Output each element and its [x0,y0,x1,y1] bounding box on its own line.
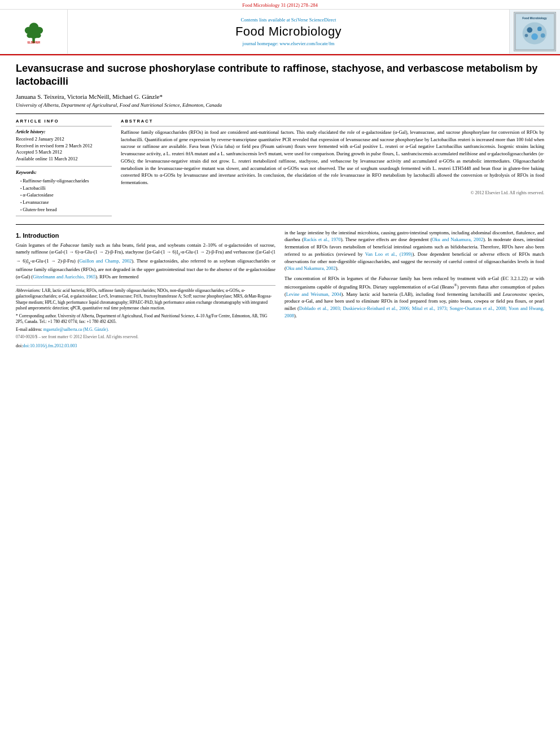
ref-doblado[interactable]: Doblado et al., 2003; Duskiewicz-Reinhar… [285,305,544,318]
svg-point-14 [531,33,538,40]
doi-prefix: doi: [16,343,23,348]
svg-point-15 [524,34,528,37]
received-date: Received 2 January 2012 [16,136,64,142]
journal-sciverse: Contents lists available at SciVerse Sci… [241,17,336,23]
page: Food Microbiology 31 (2012) 278–284 ELSE… [0,0,560,747]
keyword-1: Raffinose-family-oligosaccharides [16,177,112,185]
sciverse-link[interactable]: SciVerse ScienceDirect [291,17,336,23]
svg-point-16 [541,33,545,38]
article-info-label: ARTICLE INFO [16,119,112,124]
abstract-column: ABSTRACT Raffinose family oligosaccharid… [121,119,544,219]
available-online-date: Available online 11 March 2012 [16,156,78,161]
intro-col2-para1: in the large intestine by the intestinal… [285,229,544,273]
info-rule-3 [16,216,112,216]
article-rule-divider [16,113,544,114]
ref-vanloo[interactable]: Van Loo et al., (1999) [365,251,413,257]
svg-point-12 [527,27,532,33]
article-content: Levansucrase and sucrose phoshorylase co… [0,55,560,747]
article-affiliation: University of Alberta, Department of Agr… [16,102,544,108]
homepage-text: journal homepage: www.elsevier.com/locat… [243,41,335,46]
keyword-3: α-Galactosidase [16,191,112,199]
footnote-corresponding: * Corresponding author. University of Al… [16,313,275,325]
abbrev-label: Abbreviations: [16,288,41,293]
ref-gitzelmann[interactable]: Gitzelmann and Auricchio, 1965 [33,274,95,279]
email-address: mgaenzle@ualberta.ca (M.G. Gänzle). [43,327,109,332]
article-history-label: Article history: [16,129,112,136]
keywords-block: Keywords: Raffinose-family-oligosacchari… [16,169,112,213]
keyword-2: Lactobacilli [16,185,112,192]
intro-heading: 1. Introduction [16,232,275,239]
body-rule-divider [16,224,544,225]
keywords-list: Raffinose-family-oligosaccharides Lactob… [16,177,112,213]
journal-cover-image: Food Microbiology [509,10,560,54]
email-label: E-mail address: [16,327,42,332]
corresponding-label: * Corresponding author. [16,313,57,318]
journal-homepage: journal homepage: www.elsevier.com/locat… [243,41,335,46]
journal-top-bar: Food Microbiology 31 (2012) 278–284 [0,2,560,8]
intro-col2-text: in the large intestine by the intestinal… [285,229,544,320]
sciverse-prefix: Contents lists available at [241,17,290,23]
abstract-text: Raffinose family oligosaccharides (RFOs)… [121,129,544,196]
intro-col2-para2: The concentration of RFOs in legumes of … [285,275,544,319]
keyword-5: Gluten-free bread [16,206,112,213]
abbreviations-text: LAB, lactic acid bacteria; RFOs, raffino… [16,288,272,311]
abstract-rule [121,126,544,126]
abstract-label: ABSTRACT [121,119,544,124]
elsevier-logo: ELSEVIER [0,10,68,54]
intro-col1-text: Grain legumes of the Fabaceae family suc… [16,242,275,281]
issn-line: 0740-0020/$ – see front matter © 2012 El… [16,334,275,340]
svg-point-13 [537,27,542,31]
info-rule-1 [16,126,112,126]
doi-line: doi:doi:10.1016/j.fm.2012.03.003 [16,343,275,349]
footnote-email: E-mail address: mgaenzle@ualberta.ca (M.… [16,327,275,333]
body-two-col: 1. Introduction Grain legumes of the Fab… [16,229,544,349]
article-info-column: ARTICLE INFO Article history: Received 2… [16,119,112,219]
info-rule-2 [16,166,112,167]
ref-oku-nakamura-1[interactable]: Oku and Nakamura, 2002 [432,237,483,242]
article-authors: Januana S. Teixeira, Victoria McNeill, M… [16,93,544,100]
copyright-line: © 2012 Elsevier Ltd. All rights reserved… [121,190,544,196]
ref-guillon-champ[interactable]: Guillon and Champ, 2002 [79,258,132,264]
journal-banner: ELSEVIER Contents lists available at Sci… [0,9,560,54]
body-col-right: in the large intestine by the intestinal… [285,229,544,349]
ref-rackis[interactable]: Rackis et al., 1970 [304,237,341,242]
keyword-4: Levansucrase [16,199,112,206]
received-revised-date: Received in revised form 2 March 2012 [16,143,93,148]
elsevier-logo-inner: ELSEVIER [17,19,51,45]
svg-point-4 [29,23,38,30]
abstract-paragraph: Raffinose family oligosaccharides (RFOs)… [121,129,544,186]
article-history-block: Article history: Received 2 January 2012… [16,129,112,163]
journal-ref: Food Microbiology 31 (2012) 278–284 [242,2,318,8]
svg-text:ELSEVIER: ELSEVIER [27,41,40,44]
svg-point-6 [34,33,41,38]
svg-text:Food Microbiology: Food Microbiology [522,17,547,20]
article-info-abstract-row: ARTICLE INFO Article history: Received 2… [16,119,544,219]
accepted-date: Accepted 5 March 2012 [16,149,62,155]
journal-header: Food Microbiology 31 (2012) 278–284 ELSE… [0,0,560,55]
ref-levine[interactable]: Levine and Weisman, 2004 [286,291,342,297]
ref-oku-nakamura-2[interactable]: Oku and Nakamura, 2002 [286,265,336,271]
cover-placeholder: Food Microbiology [514,12,556,51]
cover-svg-icon: Food Microbiology [514,12,555,51]
intro-col1-para: Grain legumes of the Fabaceae family suc… [16,242,275,281]
footnote-area: Abbreviations: LAB, lactic acid bacteria… [16,285,275,349]
body-col-left: 1. Introduction Grain legumes of the Fab… [16,229,275,349]
journal-main-title: Food Microbiology [235,24,342,39]
keywords-label: Keywords: [16,169,112,176]
journal-title-center: Contents lists available at SciVerse Sci… [68,10,509,54]
article-title: Levansucrase and sucrose phoshorylase co… [16,62,544,89]
elsevier-tree-icon: ELSEVIER [17,19,51,45]
svg-point-5 [27,33,33,38]
doi-link[interactable]: doi:10.1016/j.fm.2012.03.003 [23,343,77,348]
footnote-abbreviations: Abbreviations: LAB, lactic acid bacteria… [16,288,275,312]
